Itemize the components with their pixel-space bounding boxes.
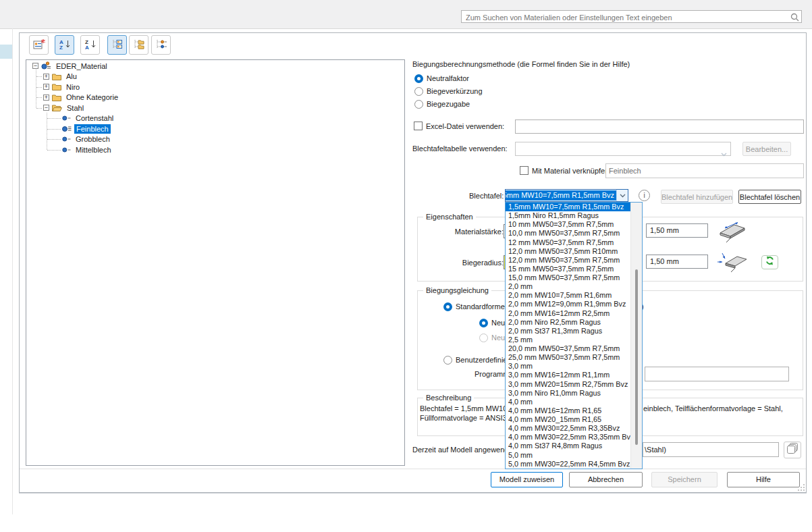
- blechtafel-option[interactable]: 10,0 mm MW50=37,5mm R7,5mm: [506, 229, 631, 238]
- linked-material-field[interactable]: Feinblech: [605, 163, 804, 178]
- tree-item-feinblech[interactable]: Feinblech: [26, 124, 404, 134]
- tree-folders-icon: [133, 38, 145, 51]
- tree-item-alu[interactable]: +Alu: [26, 72, 404, 82]
- tree-item-grobblech[interactable]: Grobblech: [26, 134, 404, 145]
- neutralfaktor-radio[interactable]: [414, 74, 423, 83]
- new-material-button[interactable]: [29, 35, 49, 55]
- blechtafel-option[interactable]: 20,0 mm MW50=37,5mm R7,5mm: [506, 344, 631, 353]
- blechtafel-option[interactable]: 25,0 mm MW50=37,5mm R7,5mm: [506, 353, 631, 362]
- apply-documents-button[interactable]: [784, 442, 801, 458]
- blechtafel-option[interactable]: 4,0 mm St37 R4,8mm Ragus: [506, 442, 631, 450]
- blechtafel-option[interactable]: 3,0 mm Niro R1,0mm Ragus: [506, 389, 631, 398]
- programm-field[interactable]: [645, 367, 789, 381]
- blechtafel-option[interactable]: 1,5mm Niro R1,5mm Ragus: [506, 211, 631, 220]
- biegeradius-unit-combobox[interactable]: 1,50 mm: [646, 255, 708, 269]
- info-icon[interactable]: i: [639, 190, 650, 201]
- blechtafel-option[interactable]: 2,5 mm: [506, 336, 631, 344]
- biegezugabe-label[interactable]: Biegezugabe: [427, 100, 470, 108]
- table-label: Blechtafeltabelle verwenden:: [412, 144, 508, 153]
- stacked-sheets-icon: [786, 447, 799, 455]
- excel-label[interactable]: Excel-Datei verwenden:: [426, 122, 504, 130]
- blechtafel-option[interactable]: 10 mm MW50=37,5mm R7,5mm: [506, 220, 631, 229]
- cancel-button[interactable]: Abbrechen: [569, 472, 643, 487]
- tree-expander-icon[interactable]: −: [43, 105, 49, 111]
- scrollbar-thumb[interactable]: [635, 269, 638, 445]
- blechtafel-option[interactable]: 12 mm MW50=37,5mm R7,5mm: [506, 238, 631, 247]
- excel-checkbox[interactable]: [414, 122, 423, 130]
- help-button[interactable]: Hilfe: [727, 472, 800, 487]
- resize-grip[interactable]: [797, 483, 805, 493]
- list-view-button[interactable]: [107, 35, 127, 55]
- tree-expander-icon[interactable]: +: [43, 95, 49, 101]
- link-material-checkbox[interactable]: [520, 166, 529, 175]
- blechtafel-option[interactable]: 1,5mm MW10=7,5mm R1,5mm Bvz: [506, 203, 631, 211]
- sort-descending-button[interactable]: ZA: [80, 35, 100, 55]
- blechtafel-option[interactable]: 4,0 mm MW30=22,5mm R3,35mm Bvz: [506, 433, 631, 442]
- blechtafel-option[interactable]: 12,0 mm MW50=37,5mm R10mm: [506, 247, 631, 256]
- tree-expander-icon[interactable]: −: [32, 63, 38, 69]
- materialstaerke-unit-combobox[interactable]: 1,50 mm: [646, 223, 708, 238]
- neutral-radio-2[interactable]: [479, 334, 488, 342]
- neutralfaktor-label[interactable]: Neutralfaktor: [427, 74, 469, 82]
- link-material-label[interactable]: Mit Material verknüpfen: [532, 167, 609, 175]
- refresh-icon: [765, 259, 775, 267]
- blechtafel-option[interactable]: 4,0 mm MW30=22,5mm R3,35Bvz: [506, 424, 631, 433]
- tree-expander-icon[interactable]: +: [43, 74, 49, 80]
- blechtafel-option[interactable]: 3,0 mm MW20=15mm R2,75mm Bvz: [506, 380, 631, 389]
- tree-expander-icon[interactable]: +: [43, 84, 49, 90]
- leafdoc-icon: [62, 126, 72, 132]
- biegezugabe-radio[interactable]: [414, 100, 423, 109]
- sort-ascending-button[interactable]: AZ: [55, 35, 74, 55]
- blechtafel-selected-value: 1,5mm MW10=7,5mm R1,5mm Bvz: [505, 190, 616, 201]
- tree-item-cortenstahl[interactable]: Cortenstahl: [26, 113, 404, 124]
- edit-table-button[interactable]: Bearbeiten...: [742, 142, 791, 156]
- benutzerdefiniert-radio[interactable]: [443, 356, 452, 365]
- excel-path-field[interactable]: [515, 119, 804, 134]
- table-combobox[interactable]: [515, 142, 731, 156]
- biegeverkuerzung-label[interactable]: Biegeverkürzung: [427, 87, 483, 95]
- blechtafel-option[interactable]: 4,0 mm: [506, 398, 631, 406]
- delete-blechtafel-button[interactable]: Blechtafel löschen: [738, 190, 801, 204]
- save-button[interactable]: Speichern: [651, 472, 718, 487]
- blechtafel-option[interactable]: 3,0 mm MW16=12mm R1,1mm: [506, 371, 631, 379]
- blechtafel-option[interactable]: 2,0 mm: [506, 282, 631, 291]
- standardformel-radio[interactable]: [443, 302, 452, 311]
- blechtafel-option[interactable]: 4,0 mm MW20_15mm R1,65: [506, 415, 631, 424]
- blechtafel-option[interactable]: 2,0 mm Niro R2,5mm Ragus: [506, 318, 631, 327]
- beschreibung-line2-left: Füllformatvorlage = ANSI32: [420, 414, 511, 422]
- tree-item-mittelblech[interactable]: Mittelblech: [26, 144, 404, 155]
- blechtafel-option[interactable]: 4,0 mm MW16=12mm R1,65: [506, 406, 631, 415]
- tree-item-niro[interactable]: +Niro: [26, 82, 404, 92]
- biegeverkuerzung-radio[interactable]: [414, 87, 423, 96]
- blechtafel-combobox[interactable]: 1,5mm MW10=7,5mm R1,5mm Bvz: [505, 189, 628, 202]
- blechtafel-option[interactable]: 2,0 mm St37 R1,3mm Ragus: [506, 327, 631, 336]
- tree-item-label: Ohne Kategorie: [64, 92, 120, 102]
- blechtafel-option[interactable]: 2,0 mm MW10=7,5mm R1,6mm: [506, 291, 631, 300]
- add-blechtafel-button[interactable]: Blechtafel hinzufügen: [661, 190, 733, 204]
- leaf-icon: [62, 147, 71, 153]
- blechtafel-option[interactable]: 3,0 mm: [506, 362, 631, 371]
- compact-view-button[interactable]: [151, 35, 171, 55]
- applied-model-field[interactable]: \Stahl): [643, 442, 779, 457]
- blechtafel-option[interactable]: 12,0 mm MW50=37,5mm R7,5mm: [506, 256, 631, 265]
- tree-item-eder-material[interactable]: −EDER_Material: [26, 61, 404, 72]
- search-input[interactable]: [464, 11, 791, 23]
- chevron-down-icon[interactable]: [616, 190, 628, 201]
- tree-item-stahl[interactable]: −Stahl: [26, 103, 404, 113]
- blechtafel-option[interactable]: 15 mm MW50=37,5mm R7,5mm: [506, 265, 631, 273]
- category-view-button[interactable]: [129, 35, 148, 55]
- tree-item-label: Niro: [64, 82, 82, 92]
- dropdown-scrollbar[interactable]: [630, 203, 642, 469]
- tree-item-label: Mittelblech: [74, 145, 113, 155]
- blechtafel-option[interactable]: 15,0 mm MW50=37,5mm R7,5mm: [506, 273, 631, 282]
- tree-item-ohne-kategorie[interactable]: +Ohne Kategorie: [26, 92, 404, 103]
- blechtafel-option[interactable]: 5,0 mm: [506, 451, 631, 460]
- update-biegeradius-button[interactable]: [761, 255, 778, 269]
- neutral-radio-1[interactable]: [479, 319, 488, 327]
- assign-model-button[interactable]: Modell zuweisen: [491, 472, 563, 487]
- sheet-thickness-icon: [717, 220, 748, 244]
- blechtafel-option[interactable]: 5,0 mm MW30=22,5mm R4,5mm Bvz: [506, 460, 631, 469]
- blechtafel-option[interactable]: 2,0 mm MW12=9,0mm R1,9mm Bvz: [506, 300, 631, 309]
- blechtafel-option[interactable]: 2,0 mm MW16=12mm R2,5mm: [506, 309, 631, 318]
- new-material-icon: [33, 38, 45, 51]
